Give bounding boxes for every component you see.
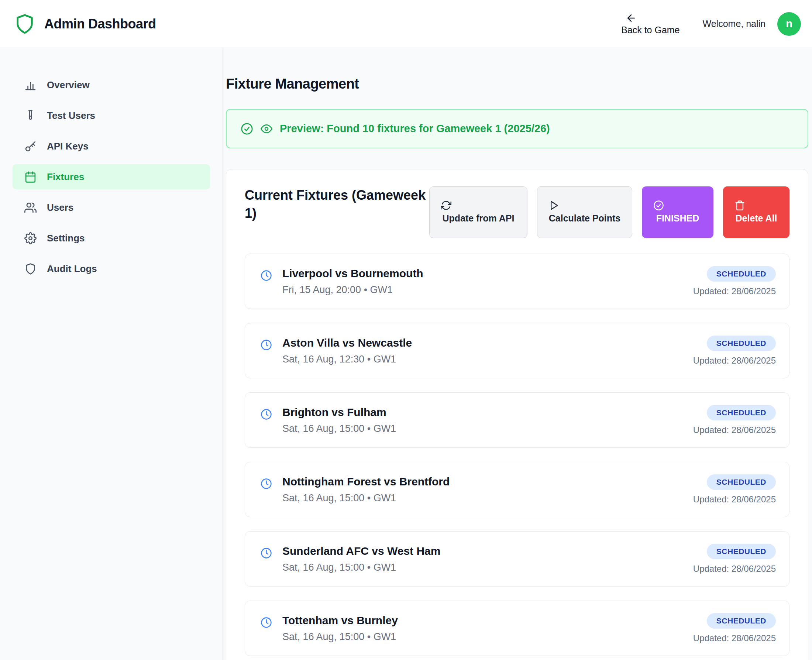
fixture-info: Liverpool vs Bournemouth Fri, 15 Aug, 20… bbox=[260, 267, 423, 296]
topbar-right: Back to Game Welcome, nalin n bbox=[621, 12, 801, 36]
status-badge: SCHEDULED bbox=[707, 405, 776, 420]
play-icon bbox=[549, 200, 559, 211]
gear-icon bbox=[24, 232, 36, 244]
fixture-meta: SCHEDULED Updated: 28/06/2025 bbox=[693, 336, 776, 366]
updated-date: Updated: 28/06/2025 bbox=[693, 286, 776, 297]
sidebar-item-label: Test Users bbox=[47, 110, 95, 121]
match-name: Sunderland AFC vs West Ham bbox=[282, 545, 440, 557]
sidebar-item-label: Settings bbox=[47, 233, 85, 244]
sidebar-item-test-users[interactable]: Test Users bbox=[13, 103, 210, 128]
match-name: Tottenham vs Burnley bbox=[282, 614, 398, 627]
match-name: Nottingham Forest vs Brentford bbox=[282, 476, 450, 488]
fixture-row: Liverpool vs Bournemouth Fri, 15 Aug, 20… bbox=[245, 254, 790, 309]
fixtures-card-header: Current Fixtures (Gameweek 1) Update fro… bbox=[245, 186, 790, 238]
calculate-points-label: Calculate Points bbox=[549, 212, 621, 224]
fixture-meta: SCHEDULED Updated: 28/06/2025 bbox=[693, 474, 776, 505]
finished-button[interactable]: FINISHED bbox=[642, 186, 714, 238]
clock-icon bbox=[260, 614, 272, 643]
kickoff-time: Sat, 16 Aug, 15:00 • GW1 bbox=[282, 423, 396, 435]
updated-date: Updated: 28/06/2025 bbox=[693, 425, 776, 435]
main-content: Fixture Management Preview: Found 10 fix… bbox=[223, 48, 812, 660]
sidebar: Overview Test Users API Keys bbox=[0, 48, 223, 660]
updated-date: Updated: 28/06/2025 bbox=[693, 564, 776, 574]
users-icon bbox=[24, 201, 36, 214]
sidebar-item-audit-logs[interactable]: Audit Logs bbox=[13, 256, 210, 281]
fixture-info: Tottenham vs Burnley Sat, 16 Aug, 15:00 … bbox=[260, 614, 398, 643]
fixtures-card: Current Fixtures (Gameweek 1) Update fro… bbox=[226, 169, 808, 660]
kickoff-time: Sat, 16 Aug, 15:00 • GW1 bbox=[282, 562, 440, 573]
bar-chart-icon bbox=[24, 79, 36, 91]
trash-icon bbox=[734, 200, 745, 211]
fixture-row: Aston Villa vs Newcastle Sat, 16 Aug, 12… bbox=[245, 323, 790, 378]
fixtures-actions: Update from API Calculate Points bbox=[429, 186, 790, 238]
fixture-list: Liverpool vs Bournemouth Fri, 15 Aug, 20… bbox=[245, 254, 790, 656]
shield-logo-icon bbox=[14, 13, 35, 35]
clock-icon bbox=[260, 406, 272, 435]
kickoff-time: Fri, 15 Aug, 20:00 • GW1 bbox=[282, 284, 423, 296]
status-badge: SCHEDULED bbox=[707, 336, 776, 351]
clock-icon bbox=[260, 476, 272, 504]
update-from-api-button[interactable]: Update from API bbox=[429, 186, 527, 238]
sidebar-item-label: Overview bbox=[47, 79, 90, 91]
check-circle-icon bbox=[653, 200, 664, 211]
arrow-left-icon bbox=[621, 13, 637, 24]
clock-icon bbox=[260, 267, 272, 296]
sidebar-item-settings[interactable]: Settings bbox=[13, 225, 210, 251]
status-badge: SCHEDULED bbox=[707, 544, 776, 559]
fixture-row: Brighton vs Fulham Sat, 16 Aug, 15:00 • … bbox=[245, 392, 790, 448]
delete-all-label: Delete All bbox=[734, 212, 778, 224]
check-circle-icon bbox=[241, 122, 253, 135]
finished-label: FINISHED bbox=[653, 212, 702, 224]
eye-icon bbox=[260, 123, 273, 135]
fixture-meta: SCHEDULED Updated: 28/06/2025 bbox=[693, 613, 776, 643]
updated-date: Updated: 28/06/2025 bbox=[693, 633, 776, 643]
kickoff-time: Sat, 16 Aug, 15:00 • GW1 bbox=[282, 631, 398, 643]
updated-date: Updated: 28/06/2025 bbox=[693, 355, 776, 366]
sidebar-item-overview[interactable]: Overview bbox=[13, 72, 210, 97]
delete-all-button[interactable]: Delete All bbox=[723, 186, 790, 238]
shield-icon bbox=[24, 263, 36, 275]
match-name: Liverpool vs Bournemouth bbox=[282, 267, 423, 280]
updated-date: Updated: 28/06/2025 bbox=[693, 494, 776, 505]
avatar[interactable]: n bbox=[777, 12, 801, 36]
preview-alert-text: Preview: Found 10 fixtures for Gameweek … bbox=[280, 122, 550, 135]
fixture-info: Sunderland AFC vs West Ham Sat, 16 Aug, … bbox=[260, 545, 440, 573]
welcome-text: Welcome, nalin bbox=[703, 19, 766, 29]
sidebar-item-users[interactable]: Users bbox=[13, 195, 210, 220]
status-badge: SCHEDULED bbox=[707, 266, 776, 282]
preview-alert: Preview: Found 10 fixtures for Gameweek … bbox=[226, 109, 808, 148]
fixture-info: Brighton vs Fulham Sat, 16 Aug, 15:00 • … bbox=[260, 406, 396, 435]
status-badge: SCHEDULED bbox=[707, 613, 776, 628]
status-badge: SCHEDULED bbox=[707, 474, 776, 490]
clock-icon bbox=[260, 545, 272, 573]
fixture-meta: SCHEDULED Updated: 28/06/2025 bbox=[693, 266, 776, 297]
back-to-game-label: Back to Game bbox=[621, 25, 679, 35]
fixture-row: Sunderland AFC vs West Ham Sat, 16 Aug, … bbox=[245, 531, 790, 587]
back-to-game-link[interactable]: Back to Game bbox=[621, 13, 679, 35]
sidebar-item-label: Users bbox=[47, 202, 73, 213]
fixture-meta: SCHEDULED Updated: 28/06/2025 bbox=[693, 405, 776, 435]
sidebar-item-label: API Keys bbox=[47, 141, 89, 152]
match-name: Aston Villa vs Newcastle bbox=[282, 336, 412, 349]
calculate-points-button[interactable]: Calculate Points bbox=[537, 186, 632, 238]
refresh-icon bbox=[441, 200, 451, 211]
test-tube-icon bbox=[24, 109, 36, 122]
sidebar-item-fixtures[interactable]: Fixtures bbox=[13, 164, 210, 189]
sidebar-item-label: Audit Logs bbox=[47, 263, 97, 274]
fixture-row: Nottingham Forest vs Brentford Sat, 16 A… bbox=[245, 462, 790, 517]
fixture-row: Tottenham vs Burnley Sat, 16 Aug, 15:00 … bbox=[245, 601, 790, 656]
app-title: Admin Dashboard bbox=[44, 16, 156, 32]
kickoff-time: Sat, 16 Aug, 12:30 • GW1 bbox=[282, 354, 412, 365]
kickoff-time: Sat, 16 Aug, 15:00 • GW1 bbox=[282, 492, 450, 504]
match-name: Brighton vs Fulham bbox=[282, 406, 396, 419]
sidebar-item-api-keys[interactable]: API Keys bbox=[13, 133, 210, 159]
fixtures-card-title: Current Fixtures (Gameweek 1) bbox=[245, 186, 429, 222]
fixture-info: Aston Villa vs Newcastle Sat, 16 Aug, 12… bbox=[260, 336, 412, 365]
fixture-info: Nottingham Forest vs Brentford Sat, 16 A… bbox=[260, 476, 450, 504]
key-icon bbox=[24, 140, 36, 152]
calendar-icon bbox=[24, 171, 36, 183]
brand: Admin Dashboard bbox=[14, 13, 156, 35]
topbar: Admin Dashboard Back to Game Welcome, na… bbox=[0, 0, 812, 48]
update-from-api-label: Update from API bbox=[441, 212, 516, 224]
sidebar-item-label: Fixtures bbox=[47, 171, 84, 183]
